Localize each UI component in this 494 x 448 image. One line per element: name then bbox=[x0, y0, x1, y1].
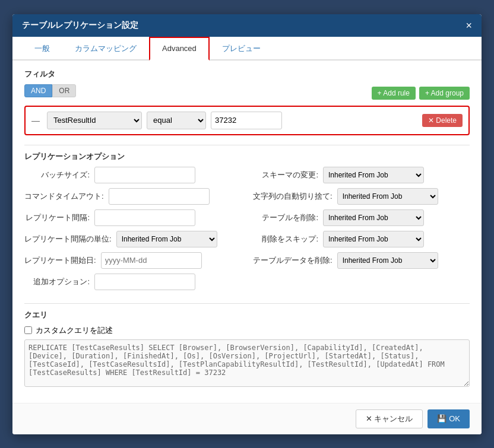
modal-header: テーブルレプリケーション設定 × bbox=[12, 14, 482, 37]
option-row-skip-delete: 削除をスキップ: Inherited From Job Yes No bbox=[253, 231, 470, 247]
options-grid: バッチサイズ: コマンドタイムアウト: レプリケート間隔: bbox=[24, 167, 470, 295]
modal: テーブルレプリケーション設定 × 一般 カラムマッピング Advanced プレ… bbox=[12, 14, 482, 434]
ok-label: OK bbox=[449, 414, 460, 423]
delete-rule-button[interactable]: ✕ Delete bbox=[422, 114, 463, 127]
add-rule-button[interactable]: + Add rule bbox=[372, 87, 416, 100]
option-label-interval-unit: レプリケート間隔の単位: bbox=[24, 234, 112, 244]
divider-2 bbox=[24, 303, 470, 304]
replication-options-section: レプリケーションオプション バッチサイズ: コマンドタイムアウト: bbox=[24, 151, 470, 295]
tab-column-mapping[interactable]: カラムマッピング bbox=[62, 37, 149, 61]
option-input-cmdtimeout[interactable] bbox=[109, 188, 210, 205]
options-right-col: スキーマの変更: Inherited From Job Yes No 文字列の自… bbox=[253, 167, 470, 295]
tab-bar: 一般 カラムマッピング Advanced プレビュー bbox=[12, 37, 482, 61]
option-label-batchsize: バッチサイズ: bbox=[24, 170, 90, 180]
option-input-extra[interactable] bbox=[94, 274, 195, 290]
add-group-button[interactable]: + Add group bbox=[419, 87, 470, 100]
option-label-interval: レプリケート間隔: bbox=[24, 212, 90, 223]
query-checkbox-row: カスタムクエリを記述 bbox=[24, 325, 470, 336]
option-row-cmdtimeout: コマンドタイムアウト: bbox=[24, 188, 241, 205]
option-label-extra: 追加オプション: bbox=[24, 277, 90, 287]
modal-footer: ✕ キャンセル 💾 OK bbox=[12, 403, 482, 434]
option-input-batchsize[interactable] bbox=[94, 167, 195, 183]
option-select-schema[interactable]: Inherited From Job Yes No bbox=[323, 167, 424, 183]
filter-value-input[interactable] bbox=[211, 112, 282, 129]
option-select-truncate[interactable]: Inherited From Job Yes No bbox=[337, 188, 438, 205]
option-label-drop-table: テーブルを削除: bbox=[253, 212, 318, 223]
filter-field-select[interactable]: TestResultId bbox=[47, 112, 142, 129]
or-button[interactable]: OR bbox=[52, 84, 76, 97]
option-label-cmdtimeout: コマンドタイムアウト: bbox=[24, 191, 104, 202]
content-area: フィルタ AND OR + Add rule + Add group — bbox=[12, 61, 482, 403]
rule-dash: — bbox=[31, 116, 40, 125]
modal-body: 一般 カラムマッピング Advanced プレビュー フィルタ AND OR + bbox=[12, 37, 482, 403]
custom-query-label[interactable]: カスタムクエリを記述 bbox=[36, 325, 113, 336]
option-row-truncate: 文字列の自動切り捨て: Inherited From Job Yes No bbox=[253, 188, 470, 205]
option-input-start-date[interactable] bbox=[101, 252, 202, 269]
filter-section: フィルタ AND OR + Add rule + Add group — bbox=[24, 69, 470, 135]
tab-general[interactable]: 一般 bbox=[22, 37, 62, 61]
filter-operator-select[interactable]: equal bbox=[147, 112, 206, 129]
option-select-interval-unit[interactable]: Inherited From Job Yes No bbox=[116, 231, 217, 247]
ok-icon: 💾 bbox=[437, 414, 446, 423]
options-section-title: レプリケーションオプション bbox=[24, 151, 470, 162]
option-input-interval[interactable] bbox=[94, 209, 195, 226]
option-label-start-date: レプリケート開始日: bbox=[24, 255, 96, 266]
filter-section-title: フィルタ bbox=[24, 69, 470, 80]
option-label-schema: スキーマの変更: bbox=[253, 170, 318, 180]
option-label-delete-data: テーブルデータを削除: bbox=[253, 255, 332, 266]
modal-title: テーブルレプリケーション設定 bbox=[22, 20, 138, 31]
custom-query-checkbox[interactable] bbox=[24, 326, 32, 334]
filter-buttons: AND OR bbox=[24, 84, 76, 97]
divider-1 bbox=[24, 145, 470, 145]
option-select-skip-delete[interactable]: Inherited From Job Yes No bbox=[323, 231, 424, 247]
options-left-col: バッチサイズ: コマンドタイムアウト: レプリケート間隔: bbox=[24, 167, 241, 295]
option-select-delete-data[interactable]: Inherited From Job Yes No bbox=[337, 252, 438, 269]
option-row-extra: 追加オプション: bbox=[24, 274, 241, 290]
option-row-delete-data: テーブルデータを削除: Inherited From Job Yes No bbox=[253, 252, 470, 269]
option-label-truncate: 文字列の自動切り捨て: bbox=[253, 191, 332, 202]
tab-preview[interactable]: プレビュー bbox=[210, 37, 273, 61]
query-textarea[interactable]: REPLICATE [TestCaseResults] SELECT [Brow… bbox=[24, 339, 470, 387]
option-select-drop-table[interactable]: Inherited From Job Yes No bbox=[323, 209, 424, 226]
option-label-skip-delete: 削除をスキップ: bbox=[253, 234, 318, 244]
tab-advanced[interactable]: Advanced bbox=[149, 37, 210, 61]
option-row-drop-table: テーブルを削除: Inherited From Job Yes No bbox=[253, 209, 470, 226]
cancel-button[interactable]: ✕ キャンセル bbox=[356, 409, 423, 428]
option-row-start-date: レプリケート開始日: bbox=[24, 252, 241, 269]
ok-button[interactable]: 💾 OK bbox=[428, 409, 470, 428]
filter-header-row: AND OR + Add rule + Add group bbox=[24, 84, 470, 102]
option-row-interval: レプリケート間隔: bbox=[24, 209, 241, 226]
option-row-schema: スキーマの変更: Inherited From Job Yes No bbox=[253, 167, 470, 183]
and-button[interactable]: AND bbox=[24, 84, 52, 97]
query-section-title: クエリ bbox=[24, 310, 470, 320]
filter-rule-box: — TestResultId equal ✕ Delete bbox=[24, 106, 470, 135]
query-section: クエリ カスタムクエリを記述 REPLICATE [TestCaseResult… bbox=[24, 310, 470, 389]
modal-close-button[interactable]: × bbox=[466, 20, 472, 31]
modal-overlay: テーブルレプリケーション設定 × 一般 カラムマッピング Advanced プレ… bbox=[0, 0, 494, 448]
option-row-batchsize: バッチサイズ: bbox=[24, 167, 241, 183]
option-row-interval-unit: レプリケート間隔の単位: Inherited From Job Yes No bbox=[24, 231, 241, 247]
filter-actions: + Add rule + Add group bbox=[372, 87, 470, 100]
